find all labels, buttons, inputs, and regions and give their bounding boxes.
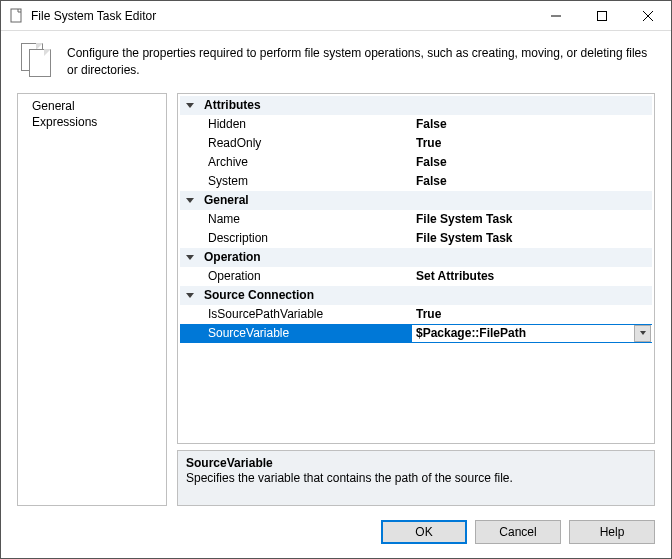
prop-value[interactable]: True <box>412 307 652 321</box>
chevron-down-icon <box>186 293 194 298</box>
chevron-down-icon <box>186 103 194 108</box>
cancel-button[interactable]: Cancel <box>475 520 561 544</box>
prop-name: IsSourcePathVariable <box>200 307 412 321</box>
prop-description[interactable]: Description File System Task <box>180 229 652 248</box>
task-icon <box>21 43 55 77</box>
prop-name: SourceVariable <box>200 326 412 340</box>
description-text: Specifies the variable that contains the… <box>186 471 646 485</box>
maximize-button[interactable] <box>579 1 625 31</box>
prop-name: ReadOnly <box>200 136 412 150</box>
svg-rect-2 <box>598 11 607 20</box>
app-icon <box>9 8 25 24</box>
svg-rect-0 <box>11 9 21 22</box>
prop-value[interactable]: False <box>412 174 652 188</box>
body: General Expressions Attributes Hidden Fa… <box>1 93 671 506</box>
prop-issourcepathvariable[interactable]: IsSourcePathVariable True <box>180 305 652 324</box>
close-button[interactable] <box>625 1 671 31</box>
prop-name: Description <box>200 231 412 245</box>
button-row: OK Cancel Help <box>1 506 671 558</box>
prop-readonly[interactable]: ReadOnly True <box>180 134 652 153</box>
prop-value[interactable]: True <box>412 136 652 150</box>
header-area: Configure the properties required to per… <box>1 31 671 93</box>
prop-name: Hidden <box>200 117 412 131</box>
prop-value[interactable]: $Package::FilePath <box>412 325 652 342</box>
prop-value[interactable]: False <box>412 117 652 131</box>
prop-archive[interactable]: Archive False <box>180 153 652 172</box>
header-description: Configure the properties required to per… <box>67 43 655 79</box>
prop-name: Archive <box>200 155 412 169</box>
prop-name: Name <box>200 212 412 226</box>
help-button[interactable]: Help <box>569 520 655 544</box>
prop-hidden[interactable]: Hidden False <box>180 115 652 134</box>
category-attributes[interactable]: Attributes <box>180 96 652 115</box>
prop-operation[interactable]: Operation Set Attributes <box>180 267 652 286</box>
window: File System Task Editor Configure the pr… <box>0 0 672 559</box>
category-source-connection[interactable]: Source Connection <box>180 286 652 305</box>
property-grid: Attributes Hidden False ReadOnly True <box>177 93 655 444</box>
right-column: Attributes Hidden False ReadOnly True <box>177 93 655 506</box>
prop-name-field[interactable]: Name File System Task <box>180 210 652 229</box>
prop-value[interactable]: False <box>412 155 652 169</box>
chevron-down-icon <box>186 255 194 260</box>
category-general[interactable]: General <box>180 191 652 210</box>
nav-item-expressions[interactable]: Expressions <box>18 114 166 130</box>
category-operation[interactable]: Operation <box>180 248 652 267</box>
nav-pane: General Expressions <box>17 93 167 506</box>
window-title: File System Task Editor <box>31 9 156 23</box>
chevron-down-icon <box>640 331 646 335</box>
minimize-button[interactable] <box>533 1 579 31</box>
dropdown-button[interactable] <box>634 325 651 342</box>
prop-name: System <box>200 174 412 188</box>
chevron-down-icon <box>186 198 194 203</box>
prop-value[interactable]: Set Attributes <box>412 269 652 283</box>
ok-button[interactable]: OK <box>381 520 467 544</box>
prop-name: Operation <box>200 269 412 283</box>
description-title: SourceVariable <box>186 456 646 470</box>
prop-value[interactable]: File System Task <box>412 231 652 245</box>
titlebar: File System Task Editor <box>1 1 671 31</box>
prop-value[interactable]: File System Task <box>412 212 652 226</box>
prop-system[interactable]: System False <box>180 172 652 191</box>
description-pane: SourceVariable Specifies the variable th… <box>177 450 655 506</box>
nav-item-general[interactable]: General <box>18 98 166 114</box>
prop-sourcevariable[interactable]: SourceVariable $Package::FilePath <box>180 324 652 343</box>
